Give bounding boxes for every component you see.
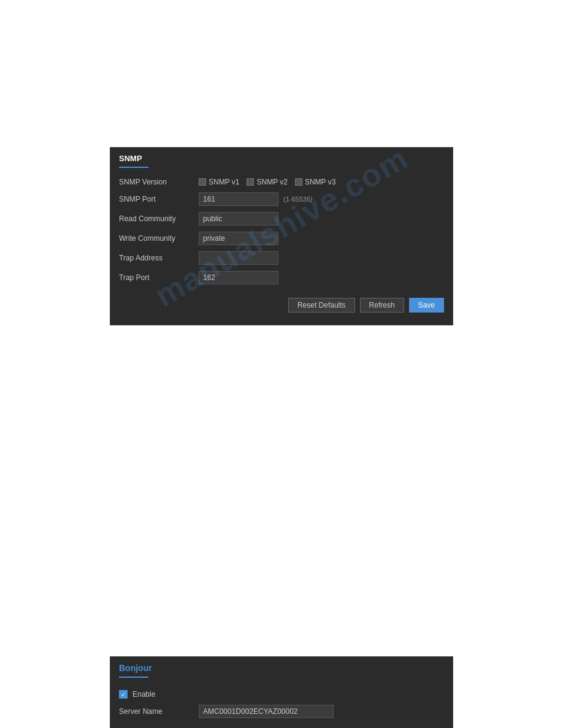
write-community-input[interactable]: [199, 232, 278, 245]
snmp-v2-item[interactable]: SNMP v2: [247, 178, 287, 186]
write-community-row: Write Community: [119, 232, 444, 245]
snmp-refresh-button[interactable]: Refresh: [360, 298, 404, 313]
snmp-port-hint: (1-65535): [283, 195, 313, 203]
snmp-port-label: SNMP Port: [119, 195, 199, 203]
snmp-v1-label: SNMP v1: [209, 178, 239, 186]
bonjour-enable-row[interactable]: ✓ Enable: [119, 690, 444, 699]
snmp-panel: SNMP SNMP Version SNMP v1: [110, 147, 453, 325]
snmp-v1-item[interactable]: SNMP v1: [199, 178, 239, 186]
bonjour-enable-label: Enable: [132, 690, 155, 699]
trap-port-label: Trap Port: [119, 273, 199, 282]
trap-address-label: Trap Address: [119, 254, 199, 262]
trap-port-input[interactable]: [199, 271, 278, 284]
bonjour-title: Bonjour: [119, 663, 444, 677]
snmp-title: SNMP: [119, 154, 444, 167]
snmp-v3-checkbox[interactable]: [295, 178, 302, 186]
snmp-save-button[interactable]: Save: [409, 298, 444, 313]
snmp-port-input[interactable]: [199, 192, 278, 206]
bonjour-server-name-label: Server Name: [119, 707, 199, 716]
bonjour-enable-checkbox[interactable]: ✓: [119, 690, 128, 699]
snmp-version-row: SNMP Version SNMP v1 SNMP v2: [119, 178, 444, 186]
snmp-title-underline: [119, 167, 148, 168]
write-community-label: Write Community: [119, 234, 199, 243]
trap-port-row: Trap Port: [119, 271, 444, 284]
bonjour-title-underline: [119, 677, 148, 678]
trap-address-input[interactable]: [199, 251, 278, 265]
snmp-v2-label: SNMP v2: [256, 178, 287, 186]
snmp-v1-checkbox[interactable]: [199, 178, 206, 186]
snmp-reset-defaults-button[interactable]: Reset Defaults: [288, 298, 355, 313]
read-community-row: Read Community: [119, 212, 444, 226]
trap-address-row: Trap Address: [119, 251, 444, 265]
read-community-label: Read Community: [119, 214, 199, 223]
snmp-version-checkboxes: SNMP v1 SNMP v2 SNMP v3: [199, 178, 335, 186]
snmp-port-row: SNMP Port (1-65535): [119, 192, 444, 206]
snmp-v2-checkbox[interactable]: [247, 178, 254, 186]
snmp-v3-item[interactable]: SNMP v3: [295, 178, 335, 186]
read-community-input[interactable]: [199, 212, 278, 226]
bonjour-panel: Bonjour ✓ Enable Server Name: [110, 656, 453, 728]
snmp-v3-label: SNMP v3: [305, 178, 335, 186]
bonjour-server-name-input[interactable]: [199, 705, 334, 718]
bonjour-server-name-row: Server Name: [119, 705, 444, 718]
snmp-version-label: SNMP Version: [119, 178, 199, 186]
snmp-button-row: Reset Defaults Refresh Save: [110, 293, 453, 315]
